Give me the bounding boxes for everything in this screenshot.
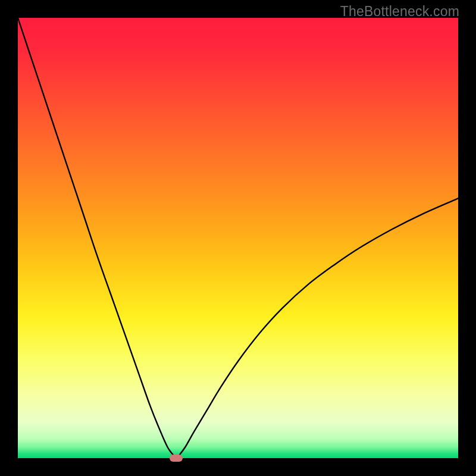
chart-frame — [18, 18, 458, 458]
watermark-text: TheBottleneck.com — [340, 4, 459, 20]
bottleneck-curve — [18, 18, 458, 458]
optimal-marker — [170, 455, 183, 462]
